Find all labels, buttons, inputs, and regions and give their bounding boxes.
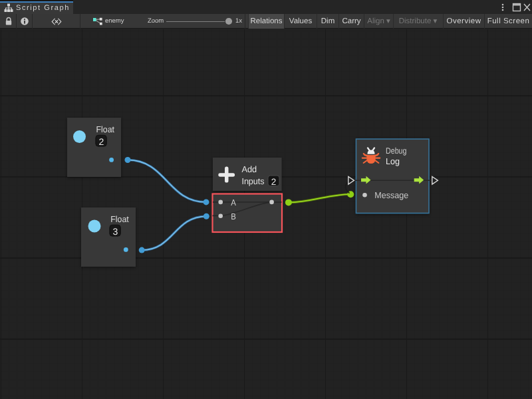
svg-text:Float: Float <box>96 124 115 134</box>
svg-text:3: 3 <box>113 226 118 237</box>
svg-text:Float: Float <box>110 214 129 224</box>
svg-text:Message: Message <box>374 190 408 200</box>
svg-text:2: 2 <box>99 136 104 147</box>
svg-text:Debug: Debug <box>386 146 407 156</box>
svg-text:B: B <box>231 211 236 221</box>
svg-text:2: 2 <box>271 177 277 187</box>
svg-text:A: A <box>231 198 236 207</box>
svg-text:Log: Log <box>386 156 400 166</box>
svg-text:Inputs: Inputs <box>241 176 265 186</box>
svg-text:Add: Add <box>241 164 257 174</box>
